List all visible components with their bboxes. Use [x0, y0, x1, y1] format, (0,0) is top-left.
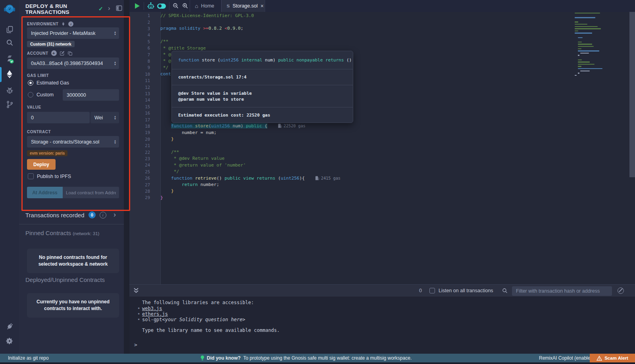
code-line-20[interactable]: 20 } [129, 136, 635, 142]
code-line-29[interactable]: 29} [129, 194, 635, 201]
code-line-22[interactable]: 22 /** [129, 149, 635, 155]
transactions-info-icon[interactable]: i [100, 212, 106, 218]
terminal-prompt[interactable]: > [134, 342, 137, 348]
custom-gas-input[interactable]: 3000000 [63, 89, 119, 101]
editor-minimap[interactable] [575, 13, 611, 78]
code-line-23[interactable]: 23 * @dev Return value [129, 155, 635, 162]
publish-ipfs-option[interactable]: Publish to IPFS [28, 173, 71, 179]
code-line-19[interactable]: 19 number = num; [129, 129, 635, 136]
copy-account-icon[interactable] [67, 51, 73, 56]
add-account-icon[interactable]: + [51, 50, 57, 56]
line-number: 15 [129, 104, 160, 109]
line-number: 25 [129, 169, 160, 174]
terminal-output: The following libraries are accessible:•… [129, 297, 635, 354]
code-line-25[interactable]: 25 */ [129, 169, 635, 175]
search-icon[interactable] [0, 36, 19, 49]
environment-select[interactable]: Injected Provider - MetaMask ▴▾ [27, 27, 119, 39]
code-line-6[interactable]: 6 * @title Storage [129, 45, 635, 51]
line-number: 13 [129, 91, 160, 96]
publish-ipfs-checkbox[interactable] [28, 173, 34, 179]
pin-panel-icon[interactable] [116, 5, 122, 11]
code-line-1[interactable]: 1// SPDX-License-Identifier: GPL-3.0 [129, 12, 635, 19]
minimap-line [578, 64, 595, 65]
code-line-24[interactable]: 24 * @return value of 'number' [129, 162, 635, 168]
line-number: 3 [129, 26, 160, 31]
file-explorer-icon[interactable] [0, 23, 19, 36]
scam-alert-button[interactable]: Scam Alert [590, 354, 635, 362]
tab-storage-sol[interactable]: S Storage.sol × [221, 0, 265, 12]
minimap-line [578, 68, 602, 69]
custom-gas-label: Custom [37, 92, 54, 98]
plugin-manager-icon[interactable] [0, 320, 19, 333]
ai-assistant-robot-icon[interactable] [147, 2, 155, 10]
tab-home[interactable]: ⌂ Home [190, 0, 221, 12]
git-init-status[interactable]: Initialize as git repo [8, 355, 49, 361]
network-badge: Custom (31) network [27, 41, 75, 47]
deploy-run-icon[interactable] [0, 67, 19, 81]
custom-gas-option[interactable]: Custom [28, 92, 54, 98]
line-number: 14 [129, 98, 160, 102]
at-address-input[interactable] [63, 187, 119, 198]
collapse-terminal-icon[interactable] [133, 287, 139, 294]
editor-scrollbar[interactable] [629, 12, 635, 177]
minimap-line [575, 17, 595, 18]
copilot-toggle[interactable] [157, 4, 166, 9]
value-unit-select[interactable]: Wei ▴▾ [90, 112, 119, 123]
close-tab-icon[interactable]: × [260, 3, 264, 9]
code-line-18[interactable]: 18 function store(uint256 num) public {2… [129, 123, 635, 129]
minimap-line [578, 61, 590, 62]
panel-forward-icon[interactable]: › [108, 4, 110, 12]
minimap-line [575, 24, 587, 25]
custom-gas-radio[interactable] [28, 92, 33, 98]
gas-estimate-annotation: 22520 gas [278, 124, 306, 128]
zoom-in-icon[interactable] [182, 2, 189, 9]
line-number: 21 [129, 143, 160, 148]
contract-select[interactable]: Storage - contracts/Storage.sol ▴▾ [27, 136, 119, 148]
icon-sidebar [0, 0, 19, 354]
clear-console-icon[interactable] [618, 287, 624, 294]
environment-label-row: ENVIRONMENT i [27, 21, 73, 27]
terminal-line: Type the library name to see available c… [137, 328, 280, 333]
library-link[interactable]: web3.js [142, 306, 162, 311]
code-line-4[interactable]: 4 [129, 32, 635, 38]
solidity-file-icon: S [227, 4, 230, 9]
line-number: 18 [129, 124, 160, 128]
solidity-compiler-icon[interactable] [0, 52, 19, 65]
plug-mini-icon[interactable] [61, 22, 65, 26]
settings-gear-icon[interactable] [0, 334, 19, 348]
estimated-gas-radio[interactable] [28, 80, 33, 86]
code-line-26[interactable]: 26 function retrieve() public view retur… [129, 175, 635, 181]
git-branch-icon[interactable] [0, 98, 19, 111]
code-line-5[interactable]: 5/** [129, 38, 635, 45]
window-bottom-edge [0, 362, 635, 364]
estimated-gas-option[interactable]: Estimated Gas [28, 80, 69, 86]
environment-info-icon[interactable]: i [68, 21, 73, 27]
code-line-27[interactable]: 27 return number; [129, 181, 635, 188]
deploy-button[interactable]: Deploy [27, 159, 56, 170]
terminal-line: •ethers.js [137, 311, 168, 317]
terminal-search-icon[interactable] [502, 287, 508, 294]
sign-message-icon[interactable] [60, 51, 65, 56]
bullet-icon: • [137, 317, 142, 322]
code-line-28[interactable]: 28 } [129, 188, 635, 194]
listen-count: 0 [419, 288, 422, 293]
line-number: 4 [129, 33, 160, 37]
account-select[interactable]: 0xA03...85ac4 (0.398673504934 ▴▾ [27, 57, 119, 69]
transactions-recorded-row: Transactions recorded 0 i [25, 211, 106, 218]
run-script-icon[interactable] [135, 3, 140, 9]
minimap-line [575, 26, 598, 27]
listen-transactions-checkbox[interactable] [429, 288, 435, 293]
value-input[interactable]: 0 [27, 112, 90, 123]
line-number: 24 [129, 163, 160, 167]
copilot-status[interactable]: RemixAI Copilot (enabled) [539, 355, 595, 361]
at-address-button[interactable]: At Address [27, 187, 63, 198]
panel-resize-handle[interactable] [124, 0, 129, 354]
code-line-2[interactable]: 2 [129, 19, 635, 25]
transaction-filter-input[interactable] [512, 286, 612, 296]
code-line-21[interactable]: 21 [129, 142, 635, 149]
transactions-expand-icon[interactable]: › [114, 211, 116, 219]
debugger-icon[interactable] [0, 83, 19, 97]
code-line-3[interactable]: 3pragma solidity >=0.8.2 <0.9.0; [129, 25, 635, 32]
zoom-out-icon[interactable] [172, 2, 179, 9]
library-link[interactable]: ethers.js [142, 311, 168, 317]
